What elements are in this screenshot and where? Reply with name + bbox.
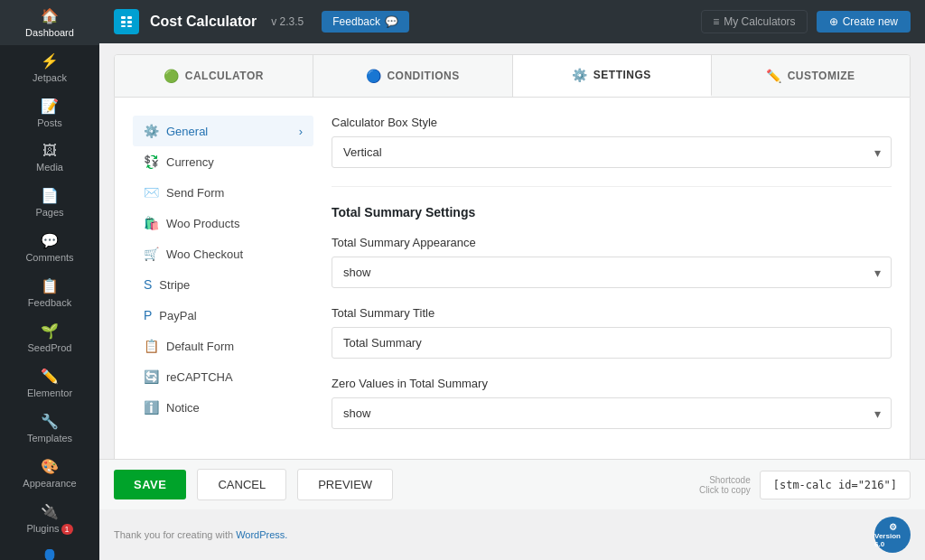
divider-1 xyxy=(332,186,892,187)
panel-sidebar-item-stripe[interactable]: S Stripe xyxy=(133,269,313,300)
svg-rect-4 xyxy=(127,21,132,23)
sidebar-item-appearance[interactable]: 🎨Appearance xyxy=(0,451,99,496)
posts-icon: 📝 xyxy=(41,98,59,115)
customize-tab-label: CUSTOMIZE xyxy=(788,70,855,82)
settings-tab-icon: ⚙️ xyxy=(572,68,588,82)
wordpress-link[interactable]: WordPress. xyxy=(236,529,287,540)
recaptcha-icon: 🔄 xyxy=(144,369,159,384)
svg-rect-1 xyxy=(121,16,126,19)
currency-label: Currency xyxy=(166,155,214,169)
sidebar-item-posts[interactable]: 📝Posts xyxy=(0,90,99,135)
zero-values-select[interactable]: showhide xyxy=(332,397,892,429)
bottom-bar: SAVE CANCEL PREVIEW Shortcode Click to c… xyxy=(99,459,925,509)
plugins-icon: 🔌 xyxy=(41,503,59,520)
sidebar-item-label: Elementor xyxy=(27,387,72,398)
panel-sidebar-item-paypal[interactable]: P PayPal xyxy=(133,300,313,331)
appearance-icon: 🎨 xyxy=(41,458,59,475)
sidebar-item-dashboard[interactable]: 🏠Dashboard xyxy=(0,0,99,45)
version-label: Version 6.0 xyxy=(874,532,911,548)
topbar: Cost Calculator v 2.3.5 Feedback 💬 ≡ My … xyxy=(99,0,925,43)
panel-sidebar-item-currency[interactable]: 💱 Currency xyxy=(133,146,313,177)
sidebar-item-label: SeedProd xyxy=(28,342,72,353)
calculator-tab-icon: 🟢 xyxy=(164,69,180,83)
sidebar-item-users[interactable]: 👤Users xyxy=(0,541,99,560)
sidebar-item-label: Posts xyxy=(37,117,62,128)
woo-checkout-label: Woo Checkout xyxy=(166,247,243,261)
default-form-label: Default Form xyxy=(166,340,234,353)
feedback-icon: 📋 xyxy=(41,277,59,294)
create-new-button[interactable]: ⊕ Create new xyxy=(817,11,911,33)
panel-sidebar-item-default-form[interactable]: 📋 Default Form xyxy=(133,331,313,361)
calculator-tab[interactable]: 🟢CALCULATOR xyxy=(115,55,313,97)
hamburger-icon: ≡ xyxy=(713,15,719,28)
sidebar-item-jetpack[interactable]: ⚡Jetpack xyxy=(0,45,99,90)
sidebar-item-label: Jetpack xyxy=(33,72,67,83)
panel-sidebar-item-notice[interactable]: ℹ️ Notice xyxy=(133,392,313,423)
topbar-right-actions: ≡ My Calculators ⊕ Create new xyxy=(701,10,911,33)
sidebar-item-comments[interactable]: 💬Comments xyxy=(0,225,99,270)
box-style-select-wrapper: VerticalHorizontalTabbed ▾ xyxy=(332,136,892,168)
sidebar-item-elementor[interactable]: ✏️Elementor xyxy=(0,360,99,406)
recaptcha-label: reCAPTCHA xyxy=(166,370,233,384)
conditions-tab[interactable]: 🔵CONDITIONS xyxy=(313,55,512,97)
settings-area: Calculator Box Style VerticalHorizontalT… xyxy=(332,116,892,447)
panel-sidebar-item-woo-checkout[interactable]: 🛒 Woo Checkout xyxy=(133,238,313,269)
zero-values-label: Zero Values in Total Summary xyxy=(332,377,892,390)
total-summary-title-input[interactable] xyxy=(332,327,892,359)
svg-rect-6 xyxy=(127,25,132,27)
my-calculators-button[interactable]: ≡ My Calculators xyxy=(701,10,807,33)
total-summary-title-label: Total Summary Title xyxy=(332,306,892,320)
customize-tab[interactable]: ✏️CUSTOMIZE xyxy=(712,55,910,97)
general-icon: ⚙️ xyxy=(144,124,159,138)
total-summary-appearance-select-wrapper: showhide ▾ xyxy=(332,257,892,288)
shortcode-label: Shortcode Click to copy xyxy=(699,475,751,495)
sidebar-item-feedback[interactable]: 📋Feedback xyxy=(0,270,99,315)
dashboard-icon: 🏠 xyxy=(41,7,59,24)
box-style-field: Calculator Box Style VerticalHorizontalT… xyxy=(332,116,892,168)
panel-sidebar-item-send-form[interactable]: ✉️ Send Form xyxy=(133,177,313,208)
sidebar-item-pages[interactable]: 📄Pages xyxy=(0,180,99,225)
seedprod-icon: 🌱 xyxy=(41,322,59,340)
paypal-icon: P xyxy=(144,308,152,322)
version-icon: ⚙ xyxy=(889,522,897,532)
sidebar-item-seedprod[interactable]: 🌱SeedProd xyxy=(0,315,99,360)
notice-icon: ℹ️ xyxy=(144,400,159,415)
stripe-icon: S xyxy=(144,277,152,292)
panel-sidebar-item-general[interactable]: ⚙️ General › xyxy=(133,116,313,146)
stripe-label: Stripe xyxy=(159,278,190,292)
sidebar-item-label: Comments xyxy=(25,252,73,263)
settings-tab[interactable]: ⚙️SETTINGS xyxy=(513,55,712,97)
box-style-select[interactable]: VerticalHorizontalTabbed xyxy=(332,136,892,168)
shortcode-value[interactable]: [stm-calc id="216"] xyxy=(760,471,911,499)
total-summary-title-field: Total Summary Title xyxy=(332,306,892,359)
notice-label: Notice xyxy=(166,401,200,415)
save-button[interactable]: SAVE xyxy=(114,470,186,499)
shortcode-area: Shortcode Click to copy [stm-calc id="21… xyxy=(699,471,911,499)
paypal-label: PayPal xyxy=(159,309,196,322)
panel-sidebar-item-woo-products[interactable]: 🛍️ Woo Products xyxy=(133,208,313,238)
zero-values-select-wrapper: showhide ▾ xyxy=(332,397,892,429)
feedback-icon: 💬 xyxy=(385,15,398,28)
sidebar-item-plugins[interactable]: 🔌Plugins1 xyxy=(0,496,99,541)
jetpack-icon: ⚡ xyxy=(41,52,59,70)
sidebar-item-templates[interactable]: 🔧Templates xyxy=(0,406,99,451)
zero-values-field: Zero Values in Total Summary showhide ▾ xyxy=(332,377,892,429)
feedback-button[interactable]: Feedback 💬 xyxy=(322,11,409,33)
content-wrapper: 🟢CALCULATOR🔵CONDITIONS⚙️SETTINGS✏️CUSTOM… xyxy=(99,43,925,459)
panel-sidebar-item-recaptcha[interactable]: 🔄 reCAPTCHA xyxy=(133,361,313,392)
total-summary-section-title: Total Summary Settings xyxy=(332,205,892,219)
woo-products-icon: 🛍️ xyxy=(144,216,159,230)
page-footer: Thank you for creating with WordPress. ⚙… xyxy=(99,509,925,560)
plus-icon: ⊕ xyxy=(829,15,838,28)
total-summary-appearance-select[interactable]: showhide xyxy=(332,257,892,288)
templates-icon: 🔧 xyxy=(41,413,59,430)
calculator-tab-label: CALCULATOR xyxy=(185,70,264,82)
chevron-right-icon: › xyxy=(299,125,303,138)
main-content: Cost Calculator v 2.3.5 Feedback 💬 ≡ My … xyxy=(99,0,925,560)
topbar-version: v 2.3.5 xyxy=(271,15,304,28)
cancel-button[interactable]: CANCEL xyxy=(197,469,286,500)
sidebar-item-label: Appearance xyxy=(23,478,76,489)
sidebar-item-media[interactable]: 🖼Media xyxy=(0,135,99,180)
preview-button[interactable]: PREVIEW xyxy=(297,469,393,500)
tabs-bar: 🟢CALCULATOR🔵CONDITIONS⚙️SETTINGS✏️CUSTOM… xyxy=(114,54,911,98)
